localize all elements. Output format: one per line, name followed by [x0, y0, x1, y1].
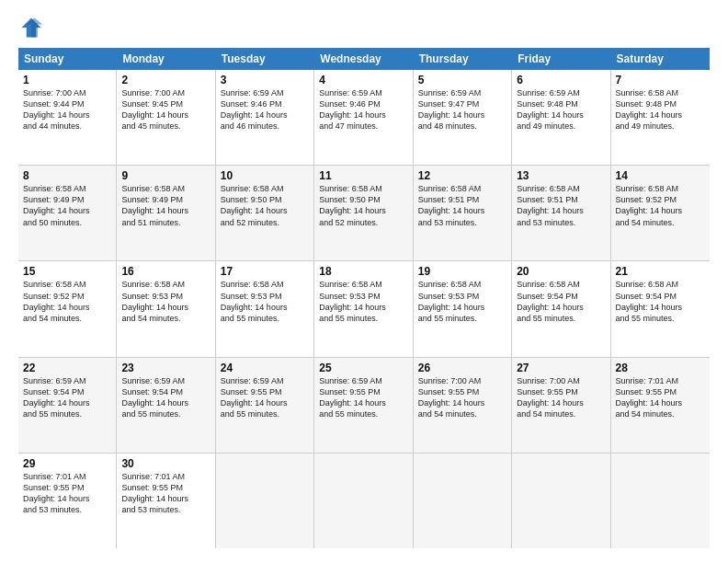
day-number: 8 — [23, 169, 111, 182]
calendar: SundayMondayTuesdayWednesdayThursdayFrid… — [18, 48, 710, 548]
calendar-cell: 2Sunrise: 7:00 AMSunset: 9:45 PMDaylight… — [117, 70, 215, 165]
header-day-tuesday: Tuesday — [216, 48, 314, 70]
day-number: 14 — [616, 169, 705, 182]
day-number: 22 — [23, 362, 111, 374]
calendar-cell — [314, 454, 413, 548]
cell-details: Sunrise: 7:00 AMSunset: 9:55 PMDaylight:… — [517, 375, 605, 420]
calendar-cell: 30Sunrise: 7:01 AMSunset: 9:55 PMDayligh… — [117, 454, 215, 548]
cell-details: Sunrise: 6:58 AMSunset: 9:51 PMDaylight:… — [418, 183, 506, 228]
day-number: 27 — [517, 362, 605, 374]
day-number: 9 — [121, 169, 210, 182]
calendar-cell: 15Sunrise: 6:58 AMSunset: 9:52 PMDayligh… — [18, 261, 117, 356]
calendar-cell: 1Sunrise: 7:00 AMSunset: 9:44 PMDaylight… — [18, 70, 117, 165]
day-number: 5 — [418, 74, 506, 86]
calendar-cell: 7Sunrise: 6:58 AMSunset: 9:48 PMDaylight… — [611, 70, 710, 165]
cell-details: Sunrise: 6:59 AMSunset: 9:55 PMDaylight:… — [319, 375, 407, 420]
calendar-cell: 29Sunrise: 7:01 AMSunset: 9:55 PMDayligh… — [18, 454, 117, 548]
calendar-cell: 3Sunrise: 6:59 AMSunset: 9:46 PMDaylight… — [216, 70, 314, 165]
day-number: 18 — [319, 265, 407, 278]
cell-details: Sunrise: 7:01 AMSunset: 9:55 PMDaylight:… — [616, 375, 705, 420]
calendar-cell: 20Sunrise: 6:58 AMSunset: 9:54 PMDayligh… — [512, 261, 610, 356]
day-number: 23 — [121, 362, 210, 374]
day-number: 29 — [23, 457, 111, 470]
cell-details: Sunrise: 6:58 AMSunset: 9:54 PMDaylight:… — [616, 279, 705, 324]
header-day-thursday: Thursday — [414, 48, 512, 70]
day-number: 24 — [221, 362, 309, 374]
day-number: 15 — [23, 265, 111, 278]
calendar-cell: 18Sunrise: 6:58 AMSunset: 9:53 PMDayligh… — [314, 261, 413, 356]
cell-details: Sunrise: 6:58 AMSunset: 9:53 PMDaylight:… — [418, 279, 506, 324]
header-day-sunday: Sunday — [18, 48, 117, 70]
day-number: 19 — [418, 265, 506, 278]
cell-details: Sunrise: 6:59 AMSunset: 9:54 PMDaylight:… — [121, 375, 210, 420]
cell-details: Sunrise: 6:58 AMSunset: 9:52 PMDaylight:… — [23, 279, 111, 324]
calendar-cell: 9Sunrise: 6:58 AMSunset: 9:49 PMDaylight… — [117, 166, 215, 260]
header-day-saturday: Saturday — [611, 48, 710, 70]
header-day-wednesday: Wednesday — [314, 48, 413, 70]
calendar-cell: 22Sunrise: 6:59 AMSunset: 9:54 PMDayligh… — [18, 358, 117, 453]
cell-details: Sunrise: 6:59 AMSunset: 9:55 PMDaylight:… — [221, 375, 309, 420]
day-number: 12 — [418, 169, 506, 182]
calendar-cell: 24Sunrise: 6:59 AMSunset: 9:55 PMDayligh… — [216, 358, 314, 453]
cell-details: Sunrise: 7:01 AMSunset: 9:55 PMDaylight:… — [23, 471, 111, 516]
calendar-cell — [414, 454, 512, 548]
calendar-cell: 5Sunrise: 6:59 AMSunset: 9:47 PMDaylight… — [414, 70, 512, 165]
day-number: 21 — [616, 265, 705, 278]
day-number: 4 — [319, 74, 407, 86]
cell-details: Sunrise: 6:59 AMSunset: 9:54 PMDaylight:… — [23, 375, 111, 420]
cell-details: Sunrise: 7:00 AMSunset: 9:55 PMDaylight:… — [418, 375, 506, 420]
day-number: 7 — [616, 74, 705, 86]
calendar-cell: 16Sunrise: 6:58 AMSunset: 9:53 PMDayligh… — [117, 261, 215, 356]
calendar-week-3: 15Sunrise: 6:58 AMSunset: 9:52 PMDayligh… — [18, 261, 710, 357]
page: SundayMondayTuesdayWednesdayThursdayFrid… — [0, 0, 728, 563]
cell-details: Sunrise: 6:58 AMSunset: 9:52 PMDaylight:… — [616, 183, 705, 228]
cell-details: Sunrise: 6:58 AMSunset: 9:49 PMDaylight:… — [23, 183, 111, 228]
calendar-week-1: 1Sunrise: 7:00 AMSunset: 9:44 PMDaylight… — [18, 70, 710, 166]
cell-details: Sunrise: 7:00 AMSunset: 9:45 PMDaylight:… — [121, 87, 210, 132]
cell-details: Sunrise: 7:00 AMSunset: 9:44 PMDaylight:… — [23, 87, 111, 132]
cell-details: Sunrise: 6:58 AMSunset: 9:53 PMDaylight:… — [121, 279, 210, 324]
cell-details: Sunrise: 6:58 AMSunset: 9:48 PMDaylight:… — [616, 87, 705, 132]
day-number: 25 — [319, 362, 407, 374]
calendar-cell: 27Sunrise: 7:00 AMSunset: 9:55 PMDayligh… — [512, 358, 610, 453]
day-number: 11 — [319, 169, 407, 182]
day-number: 2 — [121, 74, 210, 86]
calendar-cell: 8Sunrise: 6:58 AMSunset: 9:49 PMDaylight… — [18, 166, 117, 260]
day-number: 1 — [23, 74, 111, 86]
cell-details: Sunrise: 6:58 AMSunset: 9:53 PMDaylight:… — [319, 279, 407, 324]
day-number: 26 — [418, 362, 506, 374]
cell-details: Sunrise: 6:59 AMSunset: 9:48 PMDaylight:… — [517, 87, 605, 132]
calendar-cell: 14Sunrise: 6:58 AMSunset: 9:52 PMDayligh… — [611, 166, 710, 260]
cell-details: Sunrise: 6:59 AMSunset: 9:46 PMDaylight:… — [319, 87, 407, 132]
calendar-header: SundayMondayTuesdayWednesdayThursdayFrid… — [18, 48, 710, 70]
day-number: 28 — [616, 362, 705, 374]
calendar-week-2: 8Sunrise: 6:58 AMSunset: 9:49 PMDaylight… — [18, 166, 710, 261]
calendar-cell: 6Sunrise: 6:59 AMSunset: 9:48 PMDaylight… — [512, 70, 610, 165]
calendar-cell: 4Sunrise: 6:59 AMSunset: 9:46 PMDaylight… — [314, 70, 413, 165]
cell-details: Sunrise: 6:58 AMSunset: 9:50 PMDaylight:… — [221, 183, 309, 228]
day-number: 3 — [221, 74, 309, 86]
day-number: 20 — [517, 265, 605, 278]
calendar-cell — [216, 454, 314, 548]
calendar-cell: 23Sunrise: 6:59 AMSunset: 9:54 PMDayligh… — [117, 358, 215, 453]
calendar-body: 1Sunrise: 7:00 AMSunset: 9:44 PMDaylight… — [18, 70, 710, 548]
calendar-cell: 10Sunrise: 6:58 AMSunset: 9:50 PMDayligh… — [216, 166, 314, 260]
calendar-cell: 11Sunrise: 6:58 AMSunset: 9:50 PMDayligh… — [314, 166, 413, 260]
calendar-week-4: 22Sunrise: 6:59 AMSunset: 9:54 PMDayligh… — [18, 358, 710, 454]
calendar-cell — [512, 454, 610, 548]
calendar-cell: 26Sunrise: 7:00 AMSunset: 9:55 PMDayligh… — [414, 358, 512, 453]
calendar-cell: 13Sunrise: 6:58 AMSunset: 9:51 PMDayligh… — [512, 166, 610, 260]
calendar-week-5: 29Sunrise: 7:01 AMSunset: 9:55 PMDayligh… — [18, 454, 710, 548]
day-number: 6 — [517, 74, 605, 86]
day-number: 30 — [121, 457, 210, 470]
header-day-friday: Friday — [512, 48, 610, 70]
day-number: 10 — [221, 169, 309, 182]
calendar-cell: 19Sunrise: 6:58 AMSunset: 9:53 PMDayligh… — [414, 261, 512, 356]
calendar-cell: 21Sunrise: 6:58 AMSunset: 9:54 PMDayligh… — [611, 261, 710, 356]
day-number: 16 — [121, 265, 210, 278]
cell-details: Sunrise: 6:58 AMSunset: 9:51 PMDaylight:… — [517, 183, 605, 228]
day-number: 13 — [517, 169, 605, 182]
calendar-cell: 17Sunrise: 6:58 AMSunset: 9:53 PMDayligh… — [216, 261, 314, 356]
cell-details: Sunrise: 6:58 AMSunset: 9:54 PMDaylight:… — [517, 279, 605, 324]
logo-icon — [18, 15, 44, 40]
